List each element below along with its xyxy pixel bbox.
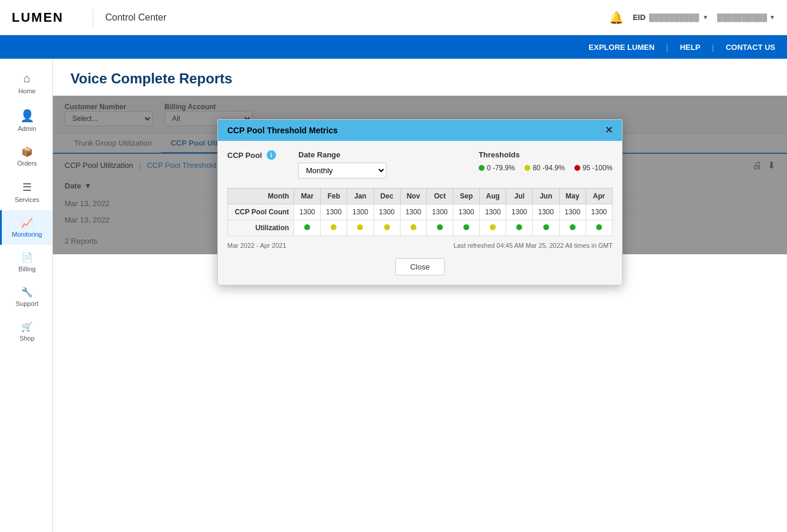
sidebar-item-monitoring[interactable]: 📈 Monitoring — [0, 210, 52, 245]
sidebar-item-shop[interactable]: 🛒 Shop — [0, 314, 52, 349]
sidebar-label-shop: Shop — [19, 335, 35, 342]
count-cell-1: 1300 — [321, 204, 347, 220]
sidebar-label-home: Home — [18, 87, 35, 95]
col-feb: Feb — [321, 188, 347, 204]
util-cell-1 — [321, 220, 347, 236]
threshold-red-range: 95 -100% — [583, 164, 613, 172]
col-dec: Dec — [374, 188, 400, 204]
explore-lumen-link[interactable]: EXPLORE LUMEN — [588, 43, 654, 52]
col-nov: Nov — [400, 188, 426, 204]
util-cell-2 — [347, 220, 374, 236]
ccp-pool-count-label: CCP Pool Count — [228, 204, 294, 220]
sidebar-item-orders[interactable]: 📦 Orders — [0, 139, 52, 174]
sidebar-label-orders: Orders — [17, 160, 37, 167]
contact-us-link[interactable]: CONTACT US — [726, 43, 775, 52]
count-cell-6: 1300 — [453, 204, 480, 220]
util-cell-6 — [453, 220, 480, 236]
date-range-label: Date Range — [298, 150, 386, 159]
col-jan: Jan — [347, 188, 374, 204]
yellow-dot-icon — [384, 224, 390, 230]
threshold-green: 0 -79.9% — [479, 164, 515, 172]
sidebar-item-billing[interactable]: 📄 Billing — [0, 245, 52, 280]
count-cell-8: 1300 — [506, 204, 533, 220]
col-apr: Apr — [586, 188, 612, 204]
yellow-dot-icon — [524, 165, 530, 171]
table-row-utilization: Utilization — [228, 220, 613, 236]
green-dot-icon — [596, 224, 602, 230]
yellow-dot-icon — [331, 224, 337, 230]
count-cell-3: 1300 — [374, 204, 400, 220]
green-dot-icon — [570, 224, 576, 230]
sidebar-label-monitoring: Monitoring — [12, 231, 42, 238]
modal-close-button[interactable]: ✕ — [605, 126, 613, 135]
last-refreshed: Last refreshed 04:45 AM Mar 25, 2022 All… — [453, 242, 613, 249]
count-cell-7: 1300 — [480, 204, 506, 220]
date-range-section: Date Range Monthly Weekly Daily — [298, 150, 386, 179]
ccp-pool-section: CCP Pool i — [227, 150, 281, 160]
modal-ccp-threshold: CCP Pool Threshold Metrics ✕ CCP Pool i — [217, 119, 623, 285]
modal-close-row: Close — [227, 258, 613, 275]
util-cell-8 — [506, 220, 533, 236]
shop-icon: 🛒 — [21, 321, 33, 332]
ccp-pool-label: CCP Pool — [227, 151, 262, 160]
yellow-dot-icon — [411, 224, 416, 230]
eid-section[interactable]: EID ██████████ ▼ — [633, 13, 708, 22]
date-range-display: Mar 2022 - Apr 2021 — [227, 242, 286, 249]
top-nav-right: 🔔 EID ██████████ ▼ ██████████ ▼ — [609, 11, 775, 25]
separator-1: | — [666, 43, 668, 52]
col-jul: Jul — [506, 188, 533, 204]
app-title: Control Center — [105, 12, 166, 23]
sidebar-item-services[interactable]: ☰ Services — [0, 174, 52, 210]
util-cell-7 — [480, 220, 506, 236]
main-layout: ⌂ Home 👤 Admin 📦 Orders ☰ Services 📈 Mon… — [0, 59, 787, 532]
util-cell-3 — [374, 220, 400, 236]
util-cell-11 — [586, 220, 612, 236]
count-cell-0: 1300 — [294, 204, 321, 220]
green-dot-icon — [304, 224, 310, 230]
admin-icon: 👤 — [20, 109, 35, 123]
content-area: Voice Complete Reports Customer Number S… — [53, 59, 787, 532]
background-content: Customer Number Select... Billing Accoun… — [53, 96, 787, 254]
count-cell-9: 1300 — [533, 204, 559, 220]
count-cell-5: 1300 — [426, 204, 453, 220]
threshold-red: 95 -100% — [574, 164, 613, 172]
top-navigation: LUMEN Control Center 🔔 EID ██████████ ▼ … — [0, 0, 787, 35]
green-dot-icon — [516, 224, 522, 230]
util-cell-9 — [533, 220, 559, 236]
green-dot-icon — [479, 165, 485, 171]
util-cell-10 — [559, 220, 586, 236]
util-cell-4 — [400, 220, 426, 236]
threshold-green-range: 0 -79.9% — [487, 164, 515, 172]
count-cell-2: 1300 — [347, 204, 374, 220]
modal-table-container: Month Mar Feb Jan Dec Nov Oct Sep Aug — [227, 188, 613, 236]
col-month: Month — [228, 188, 294, 204]
modal-top-row: CCP Pool i Date Range Monthly Weekly — [227, 150, 613, 179]
monitoring-icon: 📈 — [21, 217, 33, 228]
page-title: Voice Complete Reports — [70, 70, 769, 87]
util-cell-0 — [294, 220, 321, 236]
utilization-label: Utilization — [228, 220, 294, 236]
sidebar-label-billing: Billing — [18, 265, 35, 272]
util-cell-5 — [426, 220, 453, 236]
sidebar-item-admin[interactable]: 👤 Admin — [0, 102, 52, 139]
account-section[interactable]: ██████████ ▼ — [717, 14, 775, 22]
help-link[interactable]: HELP — [680, 43, 701, 52]
modal-data-table: Month Mar Feb Jan Dec Nov Oct Sep Aug — [227, 188, 613, 236]
page-title-bar: Voice Complete Reports — [53, 59, 787, 96]
close-modal-button[interactable]: Close — [395, 258, 444, 275]
modal-body: CCP Pool i Date Range Monthly Weekly — [218, 141, 622, 285]
sidebar-item-home[interactable]: ⌂ Home — [0, 65, 52, 102]
date-range-select[interactable]: Monthly Weekly Daily — [298, 163, 386, 179]
sidebar-item-support[interactable]: 🔧 Support — [0, 280, 52, 314]
thresholds-items: 0 -79.9% 80 -94.9% 95 -100% — [479, 164, 613, 172]
separator-2: | — [712, 43, 714, 52]
modal-backdrop: CCP Pool Threshold Metrics ✕ CCP Pool i — [53, 96, 787, 254]
sidebar-label-support: Support — [16, 300, 39, 307]
col-oct: Oct — [426, 188, 453, 204]
col-aug: Aug — [480, 188, 506, 204]
services-icon: ☰ — [22, 181, 32, 194]
table-row-count: CCP Pool Count13001300130013001300130013… — [228, 204, 613, 220]
notification-bell-icon[interactable]: 🔔 — [609, 11, 624, 25]
info-icon[interactable]: i — [267, 150, 276, 160]
account-chevron-icon: ▼ — [769, 14, 775, 21]
